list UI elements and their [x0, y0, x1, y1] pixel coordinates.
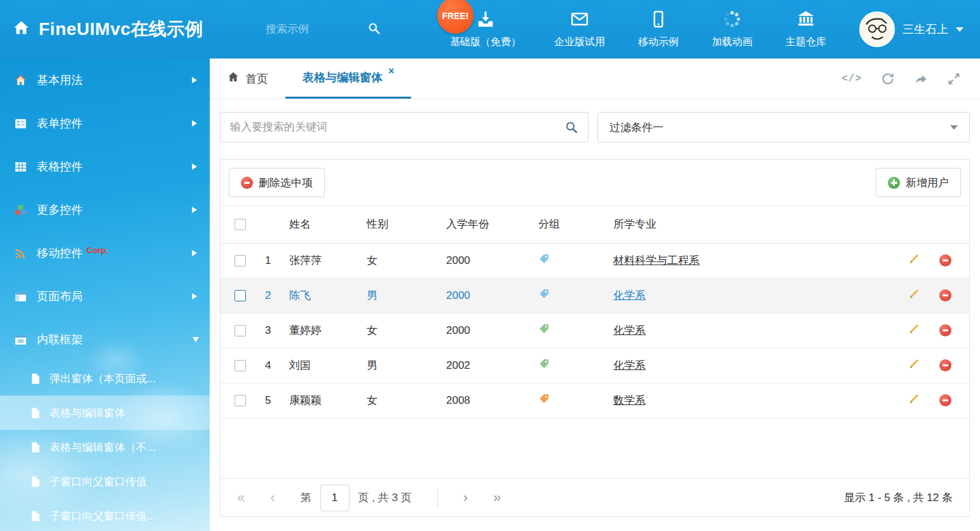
view-source-icon[interactable]: </>	[841, 73, 862, 85]
edit-icon[interactable]	[908, 357, 921, 373]
table-row[interactable]: 2 陈飞 男 2000 化学系	[221, 278, 969, 313]
search-icon[interactable]	[564, 120, 578, 134]
delete-row-icon[interactable]	[939, 254, 951, 266]
cell-index: 5	[252, 383, 289, 418]
tab-tools: </>	[841, 59, 980, 99]
grid-panel: 删除选中项 新增用户 姓名 性别 入学年份	[220, 159, 970, 517]
edit-icon[interactable]	[908, 392, 921, 408]
cell-name: 康颖颖	[289, 383, 367, 418]
users-table: 姓名 性别 入学年份 分组 所学专业 1 张萍萍	[221, 206, 969, 418]
cell-index: 3	[252, 313, 289, 348]
nav-item-enterprise-trial[interactable]: 企业版试用	[554, 10, 605, 49]
delete-selected-button[interactable]: 删除选中项	[229, 168, 325, 197]
row-checkbox[interactable]	[235, 360, 246, 371]
major-link[interactable]: 化学系	[613, 289, 646, 301]
keyword-search-box	[220, 112, 589, 142]
delete-row-icon[interactable]	[939, 324, 951, 336]
cell-gender: 女	[367, 383, 446, 418]
edit-icon[interactable]	[908, 252, 921, 268]
avatar	[859, 11, 895, 47]
sidebar-subitem-label: 弹出窗体（本页面或...	[50, 371, 156, 386]
fullscreen-icon[interactable]	[947, 72, 961, 86]
caret-down-icon	[950, 125, 958, 130]
tag-icon[interactable]	[538, 393, 550, 404]
sidebar-item-inline-frame[interactable]: 内联框架	[0, 318, 210, 361]
select-all-checkbox[interactable]	[235, 219, 246, 230]
table-row[interactable]: 4 刘国 男 2002 化学系	[221, 348, 969, 383]
first-page-icon[interactable]: «	[237, 491, 245, 505]
sidebar-item-page-layout[interactable]: 页面布局	[0, 275, 210, 318]
tab-label: 首页	[245, 71, 268, 86]
sidebar-subitem-grid-edit-window-2[interactable]: 表格与编辑窗体（不...	[0, 430, 210, 464]
chevron-right-icon	[192, 163, 197, 170]
nav-item-theme-store[interactable]: 主题仓库	[786, 10, 826, 49]
column-header-gender: 性别	[367, 206, 446, 243]
edit-icon[interactable]	[908, 322, 921, 338]
user-name: 三生石上	[902, 22, 948, 37]
major-link[interactable]: 化学系	[613, 324, 646, 336]
button-label: 新增用户	[906, 176, 949, 190]
file-icon	[29, 510, 41, 522]
sidebar-subitem-child-to-parent-2[interactable]: 子窗口向父窗口传值...	[0, 499, 210, 531]
home-icon	[13, 20, 30, 39]
table-row[interactable]: 3 董婷婷 女 2000 化学系	[221, 313, 969, 348]
major-link[interactable]: 化学系	[613, 359, 646, 371]
last-page-icon[interactable]: »	[493, 491, 501, 505]
row-checkbox[interactable]	[235, 395, 246, 406]
tag-icon[interactable]	[538, 253, 550, 265]
tag-icon[interactable]	[538, 358, 550, 369]
sidebar-item-label: 内联框架	[37, 332, 83, 347]
sidebar-item-label: 基本用法	[37, 72, 83, 88]
cell-year: 2000	[446, 243, 538, 278]
tab-grid-edit-window[interactable]: 表格与编辑窗体 ×	[285, 59, 411, 99]
next-page-icon[interactable]: ›	[463, 491, 468, 505]
share-icon[interactable]	[914, 72, 928, 86]
file-icon	[29, 407, 41, 419]
page-prefix-label: 第	[301, 490, 311, 505]
sidebar-item-form-controls[interactable]: 表单控件	[0, 102, 210, 145]
nav-item-loading-animation[interactable]: 加载动画	[712, 10, 752, 49]
user-menu[interactable]: 三生石上	[859, 11, 980, 47]
table-row[interactable]: 1 张萍萍 女 2000 材料科学与工程系	[221, 243, 969, 278]
sidebar-item-grid-controls[interactable]: 表格控件	[0, 145, 210, 188]
cell-gender: 男	[367, 348, 446, 383]
keyword-search-input[interactable]	[230, 121, 564, 134]
sidebar-item-label: 移动控件	[37, 245, 83, 261]
sidebar-subitem-grid-edit-window[interactable]: 表格与编辑窗体	[0, 396, 210, 430]
search-icon[interactable]	[361, 22, 381, 38]
major-link[interactable]: 数学系	[613, 394, 646, 406]
row-checkbox[interactable]	[235, 255, 246, 266]
sidebar-subitem-popup-window[interactable]: 弹出窗体（本页面或...	[0, 361, 210, 396]
table-icon	[14, 160, 27, 174]
tag-icon[interactable]	[538, 323, 550, 334]
prev-page-icon[interactable]: ‹	[270, 491, 275, 505]
nav-item-mobile-demo[interactable]: 移动示例	[638, 10, 679, 49]
sidebar-item-mobile-controls[interactable]: 移动控件 Corp.	[0, 231, 210, 275]
refresh-icon[interactable]	[881, 72, 895, 86]
close-icon[interactable]: ×	[388, 66, 394, 77]
nav-label: 加载动画	[712, 36, 752, 49]
filter-dropdown-value: 过滤条件一	[609, 120, 664, 135]
add-user-button[interactable]: 新增用户	[876, 168, 961, 197]
header-search-input[interactable]	[266, 23, 361, 36]
sidebar-item-basic-usage[interactable]: 基本用法	[0, 59, 210, 102]
sidebar-item-more-controls[interactable]: 更多控件	[0, 188, 210, 231]
cell-year: 2008	[446, 383, 538, 418]
top-header: FineUIMvc在线示例 FREE! 基础版（免费） 企业版试用 移动示例	[0, 0, 980, 59]
minus-circle-icon	[241, 177, 253, 189]
table-row[interactable]: 5 康颖颖 女 2008 数学系	[221, 383, 969, 418]
sidebar-subitem-child-to-parent[interactable]: 子窗口向父窗口传值	[0, 464, 210, 499]
chevron-right-icon	[192, 77, 197, 83]
row-checkbox[interactable]	[235, 290, 246, 301]
filter-dropdown[interactable]: 过滤条件一	[597, 112, 970, 142]
delete-row-icon[interactable]	[939, 359, 951, 371]
edit-icon[interactable]	[908, 287, 921, 303]
delete-row-icon[interactable]	[939, 289, 951, 301]
tab-home[interactable]: 首页	[210, 59, 285, 99]
column-header-actions	[893, 206, 969, 243]
row-checkbox[interactable]	[235, 325, 246, 336]
major-link[interactable]: 材料科学与工程系	[613, 254, 700, 266]
delete-row-icon[interactable]	[939, 394, 951, 406]
page-number-input[interactable]	[320, 485, 350, 511]
tag-icon[interactable]	[538, 288, 550, 300]
